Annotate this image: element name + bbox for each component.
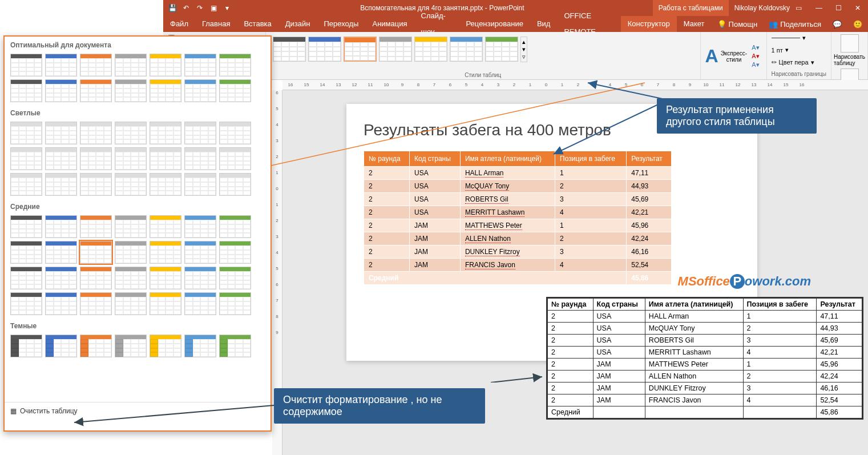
gallery-style-item[interactable]: [150, 54, 181, 76]
gallery-style-item[interactable]: [115, 173, 147, 196]
gallery-style-item[interactable]: [115, 79, 147, 102]
gallery-style-item[interactable]: [80, 292, 112, 315]
gallery-style-item[interactable]: [150, 147, 181, 170]
table-cell[interactable]: 2: [364, 193, 410, 206]
gallery-style-item[interactable]: [184, 147, 216, 170]
gallery-style-item[interactable]: [80, 215, 112, 238]
gallery-style-item[interactable]: [115, 215, 147, 238]
table-cell[interactable]: 47,11: [627, 167, 672, 180]
gallery-style-item[interactable]: [45, 54, 77, 76]
table-cell[interactable]: ROBERTS Gil: [460, 193, 555, 206]
tab-review[interactable]: Рецензирование: [459, 16, 530, 32]
gallery-style-item[interactable]: [150, 292, 181, 315]
table-cell[interactable]: McQUAY Tony: [460, 180, 555, 193]
gallery-style-item[interactable]: [184, 122, 216, 144]
gallery-style-item[interactable]: [150, 335, 181, 357]
gallery-style-item[interactable]: [219, 54, 251, 76]
table-cell[interactable]: 2: [364, 232, 410, 245]
gallery-style-item[interactable]: [45, 241, 77, 264]
maximize-icon[interactable]: ☐: [833, 4, 844, 12]
gallery-style-item[interactable]: [80, 122, 112, 144]
smile-icon[interactable]: 🙂: [847, 20, 868, 29]
gallery-style-item[interactable]: [115, 122, 147, 144]
table-cell[interactable]: 4: [555, 259, 627, 272]
gallery-style-item[interactable]: [45, 122, 77, 144]
gallery-style-item[interactable]: [45, 173, 77, 196]
gallery-style-item[interactable]: [115, 241, 147, 264]
gallery-style-item[interactable]: [115, 335, 147, 357]
gallery-style-item[interactable]: [10, 79, 42, 102]
table-cell[interactable]: 2: [364, 219, 410, 232]
gallery-style-item[interactable]: [10, 147, 42, 170]
gallery-style-item[interactable]: [115, 54, 147, 76]
text-effects-icon[interactable]: A▾: [752, 61, 759, 69]
table-cell[interactable]: USA: [409, 180, 460, 193]
gallery-style-item[interactable]: [150, 215, 181, 238]
table-cell[interactable]: 1: [555, 167, 627, 180]
save-icon[interactable]: 💾: [168, 4, 177, 12]
table-cell[interactable]: 3: [555, 193, 627, 206]
gallery-style-item[interactable]: [80, 267, 112, 289]
minimize-icon[interactable]: —: [813, 4, 825, 12]
table-cell[interactable]: 2: [364, 245, 410, 259]
table-cell[interactable]: 2: [555, 232, 627, 245]
gallery-style-item[interactable]: [150, 79, 181, 102]
clear-table-button[interactable]: ▦ Очистить таблицу: [5, 402, 271, 420]
gallery-style-item[interactable]: [184, 79, 216, 102]
gallery-style-item[interactable]: [219, 267, 251, 289]
gallery-style-item[interactable]: [80, 335, 112, 357]
gallery-style-item[interactable]: [184, 173, 216, 196]
gallery-style-item[interactable]: [219, 241, 251, 264]
gallery-style-item[interactable]: [45, 335, 77, 357]
close-icon[interactable]: ✕: [852, 4, 863, 12]
gallery-style-item[interactable]: [10, 335, 42, 357]
table-cell[interactable]: FRANCIS Javon: [460, 259, 555, 272]
gallery-style-item[interactable]: [184, 54, 216, 76]
pen-color-dropdown[interactable]: ✏ Цвет пера ▾: [772, 59, 827, 66]
tab-home[interactable]: Главная: [195, 16, 237, 32]
table-cell[interactable]: JAM: [409, 232, 460, 245]
gallery-style-item[interactable]: [80, 54, 112, 76]
gallery-style-item[interactable]: [80, 147, 112, 170]
gallery-style-item[interactable]: [219, 147, 251, 170]
table-cell[interactable]: USA: [409, 206, 460, 219]
gallery-style-item[interactable]: [45, 215, 77, 238]
share-button[interactable]: 👥Поделиться: [763, 20, 827, 29]
pen-width-dropdown[interactable]: 1 пт ▾: [772, 46, 827, 54]
table-cell[interactable]: 46,16: [627, 245, 672, 259]
tab-layout[interactable]: Макет: [677, 16, 712, 32]
table-cell[interactable]: 42,21: [627, 206, 672, 219]
gallery-style-item[interactable]: [150, 173, 181, 196]
gallery-style-item[interactable]: [45, 147, 77, 170]
user-menu-icon[interactable]: ▭: [796, 4, 802, 12]
table-style-thumb[interactable]: [485, 37, 518, 62]
gallery-style-item[interactable]: [10, 241, 42, 264]
table-cell[interactable]: 3: [555, 245, 627, 259]
gallery-style-item[interactable]: [80, 241, 112, 264]
gallery-style-item[interactable]: [10, 122, 42, 144]
table-cell[interactable]: ALLEN Nathon: [460, 232, 555, 245]
gallery-style-item[interactable]: [45, 267, 77, 289]
table-cell[interactable]: 45,96: [627, 219, 672, 232]
qat-dropdown-icon[interactable]: ▾: [223, 4, 232, 12]
table-cell[interactable]: DUNKLEY Fitzroy: [460, 245, 555, 259]
table-cell[interactable]: 2: [364, 180, 410, 193]
gallery-style-item[interactable]: [184, 241, 216, 264]
styled-table[interactable]: № раундаКод страныИмя атлета (латиницей)…: [364, 151, 672, 285]
table-cell[interactable]: HALL Arman: [460, 167, 555, 180]
gallery-style-item[interactable]: [10, 292, 42, 315]
express-styles-button[interactable]: Экспресс- стили: [721, 50, 748, 63]
gallery-style-item[interactable]: [45, 79, 77, 102]
wordart-icon[interactable]: A: [705, 46, 718, 67]
gallery-style-item[interactable]: [115, 267, 147, 289]
tab-animations[interactable]: Анимация: [365, 16, 414, 32]
gallery-style-item[interactable]: [219, 122, 251, 144]
gallery-style-item[interactable]: [184, 215, 216, 238]
gallery-style-item[interactable]: [219, 215, 251, 238]
table-style-thumb[interactable]: [273, 37, 306, 62]
table-style-thumb[interactable]: [379, 37, 412, 62]
undo-icon[interactable]: ↶: [181, 4, 191, 12]
gallery-style-item[interactable]: [115, 292, 147, 315]
gallery-style-item[interactable]: [219, 79, 251, 102]
gallery-style-item[interactable]: [150, 122, 181, 144]
